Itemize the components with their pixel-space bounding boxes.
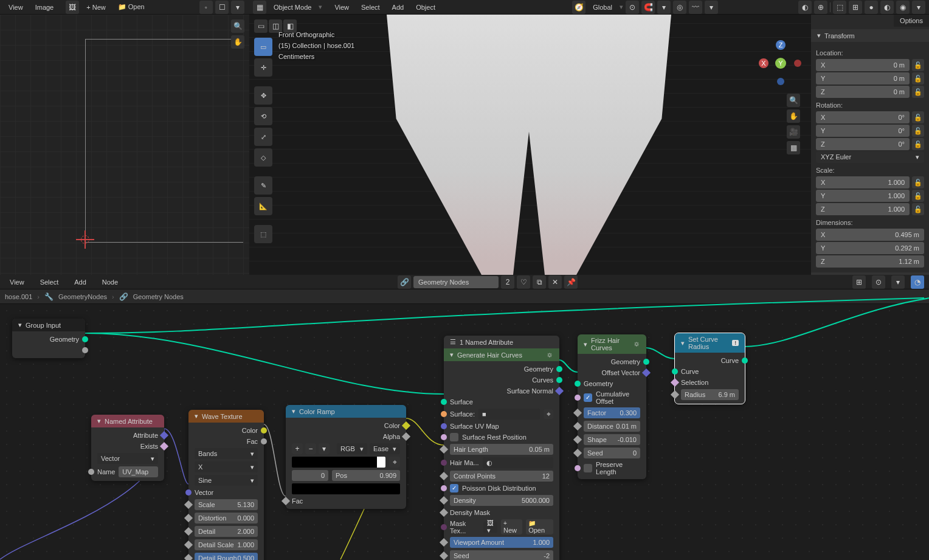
ramp-pos-field[interactable]: Pos0.909 <box>332 470 400 481</box>
rot-x-field[interactable]: X0° <box>816 111 910 123</box>
uv-toggle-a-icon[interactable]: ☐ <box>215 1 229 14</box>
node-wave-texture[interactable]: ▾ Wave Texture Color Fac Bands▾ X▾ Sine▾… <box>188 410 264 560</box>
ghc-hairlen-field[interactable]: Hair Length0.05 m <box>450 444 553 455</box>
geometry-nodes-editor[interactable]: View Select Add Node 🔗 Geometry Nodes 2 … <box>0 275 929 560</box>
mode-dropdown-icon[interactable]: ▦ <box>253 1 266 14</box>
rot-y-field[interactable]: Y0° <box>816 125 910 137</box>
loc-x-field[interactable]: X0 m <box>816 59 910 71</box>
tool-transform[interactable]: ◇ <box>254 148 272 167</box>
ramp-eyedrop-icon[interactable]: ⌖ <box>389 457 400 468</box>
pivot-icon[interactable]: ⊙ <box>626 1 639 14</box>
uv-editor[interactable]: 🔍 ✋ <box>0 15 249 275</box>
node-color-ramp[interactable]: ▾ Color Ramp Color Alpha +−▾ RGB▾Ease▾ ⌖… <box>286 405 406 509</box>
nav-zoom-icon[interactable]: 🔍 <box>787 94 800 107</box>
loc-y-lock-icon[interactable]: 🔓 <box>912 72 924 85</box>
scale-y-lock-icon[interactable]: 🔓 <box>912 190 924 202</box>
nodetree-name-field[interactable]: Geometry Nodes <box>413 276 499 288</box>
shading-solid-icon[interactable]: ● <box>865 1 878 14</box>
loc-z-field[interactable]: Z0 m <box>816 86 910 98</box>
node-named-attribute[interactable]: ▾ Named Attribute Attribute Exists Vecto… <box>91 415 164 481</box>
node-set-curve-radius[interactable]: ▾ Set Curve Radius! Curve Curve Selectio… <box>675 333 745 404</box>
nav-gizmo[interactable]: Z X Y <box>756 39 805 88</box>
node-ovr-d-icon[interactable]: ◔ <box>911 275 924 289</box>
select-box-icon[interactable]: ▭ <box>254 19 268 33</box>
gizmo-toggle-icon[interactable]: ◐ <box>798 1 812 14</box>
wave-dsc-field[interactable]: Detail Scale1.000 <box>195 539 258 550</box>
overlap-b-icon[interactable]: ▾ <box>705 1 718 14</box>
shading-matprev-icon[interactable]: ◐ <box>880 1 894 14</box>
dim-z-field[interactable]: Z1.12 m <box>816 255 924 268</box>
frizz-seed-field[interactable]: Seed0 <box>584 448 640 458</box>
ramp-interp-dropdown[interactable]: Ease▾ <box>370 443 400 454</box>
ramp-remove-icon[interactable]: − <box>305 443 316 454</box>
scale-z-lock-icon[interactable]: 🔓 <box>912 203 924 215</box>
ghc-open-button[interactable]: 📁 Open <box>526 519 553 534</box>
wave-dir-dropdown[interactable]: X▾ <box>195 461 258 472</box>
frizz-cumoff-check[interactable] <box>584 393 592 402</box>
named-attr-name-field[interactable]: UV_Map <box>119 466 158 477</box>
frizz-shape-field[interactable]: Shape-0.010 <box>584 434 640 445</box>
nodetree-users[interactable]: 2 <box>501 275 514 289</box>
tool-move[interactable]: ✥ <box>254 86 272 105</box>
node-menu-select[interactable]: Select <box>35 277 64 287</box>
ramp-mode-dropdown[interactable]: RGB▾ <box>337 443 367 454</box>
nav-camera-icon[interactable]: 🎥 <box>787 125 800 139</box>
ghc-restpos-check[interactable] <box>450 433 458 441</box>
wave-drg-field[interactable]: Detail Rough0.500 <box>195 553 258 560</box>
node-group-input[interactable]: ▾ Group Input Geometry <box>12 319 85 358</box>
scale-z-field[interactable]: Z1.000 <box>816 203 910 215</box>
node-menu-add[interactable]: Add <box>69 277 91 287</box>
transform-panel-header[interactable]: ▾ Transform <box>811 29 929 42</box>
scale-x-field[interactable]: X1.000 <box>816 176 910 188</box>
ghc-vp-field[interactable]: Viewport Amount1.000 <box>450 537 553 548</box>
ghc-eyedrop-icon[interactable]: ⌖ <box>544 409 553 419</box>
node-ovr-c-icon[interactable]: ▾ <box>891 275 905 289</box>
ghc-dens-field[interactable]: Density5000.000 <box>450 495 553 506</box>
nodetree-icon[interactable]: 🔗 <box>398 275 411 289</box>
ghc-cp-field[interactable]: Control Points12 <box>450 471 553 482</box>
tool-rotate[interactable]: ⟲ <box>254 107 272 125</box>
orientation-icon[interactable]: 🧭 <box>572 1 585 14</box>
ghc-seed-field[interactable]: Seed-2 <box>450 550 553 560</box>
xray-icon[interactable]: ⬚ <box>833 1 846 14</box>
node-menu-view[interactable]: View <box>5 277 29 287</box>
nodetree-dup-icon[interactable]: ⧉ <box>533 275 546 289</box>
image-linked-icon[interactable]: 🖼 <box>66 1 79 14</box>
frizz-preslen-check[interactable] <box>584 464 592 472</box>
uv-open[interactable]: 📁 Open <box>113 2 150 12</box>
uv-menu-image[interactable]: Image <box>30 2 59 12</box>
tool-annotate[interactable]: ✎ <box>254 176 272 195</box>
ramp-add-icon[interactable]: + <box>292 443 303 454</box>
breadcrumb-object[interactable]: hose.001 <box>5 293 32 300</box>
nav-pan-icon[interactable]: ✋ <box>787 109 800 123</box>
node-frizz-hair-curves[interactable]: ▾ Frizz Hair Curves⛭ Geometry Offset Vec… <box>578 334 646 479</box>
uv-pivot-icon[interactable]: ◦ <box>199 1 213 14</box>
node-canvas[interactable]: ▾ Group Input Geometry ▾ Named Attribute… <box>0 304 929 560</box>
loc-y-field[interactable]: Y0 m <box>816 72 910 85</box>
loc-x-lock-icon[interactable]: 🔓 <box>912 59 924 71</box>
ghc-hairma-dropdown[interactable]: ◐ <box>483 457 553 468</box>
scale-y-field[interactable]: Y1.000 <box>816 190 910 202</box>
nodetree-fake-icon[interactable]: ♡ <box>517 275 530 289</box>
rot-x-lock-icon[interactable]: 🔓 <box>912 111 924 123</box>
ghc-masktex-dropdown[interactable]: 🖼▾ <box>483 522 497 533</box>
n-panel[interactable]: Options ▾ Transform Location: X0 m🔓 Y0 m… <box>811 15 929 275</box>
v3d-menu-select[interactable]: Select <box>356 2 385 12</box>
prop-edit-icon[interactable]: ◎ <box>673 1 686 14</box>
ghc-surface-obj-dropdown[interactable]: ■ <box>478 409 540 420</box>
rot-y-lock-icon[interactable]: 🔓 <box>912 125 924 137</box>
dim-x-field[interactable]: X0.495 m <box>816 229 924 241</box>
node-generate-hair-curves[interactable]: ☰ 1 Named Attribute ▾ Generate Hair Curv… <box>444 336 559 560</box>
rotation-mode-dropdown[interactable]: XYZ Euler▾ <box>816 151 924 163</box>
tool-select[interactable]: ▭ <box>254 38 272 56</box>
tool-add-primitive[interactable]: ⬚ <box>254 225 272 243</box>
ramp-menu-icon[interactable]: ▾ <box>319 443 330 454</box>
snap-mode-icon[interactable]: ▾ <box>657 1 671 14</box>
snap-icon[interactable]: 🧲 <box>641 1 655 14</box>
overlay-toggle-icon[interactable]: ⊕ <box>814 1 827 14</box>
ramp-gradient[interactable] <box>292 457 385 468</box>
options-button[interactable]: Options <box>894 15 929 27</box>
named-attr-type-dropdown[interactable]: Vector▾ <box>97 453 158 464</box>
shading-render-icon[interactable]: ◉ <box>896 1 910 14</box>
node-ovr-b-icon[interactable]: ⊙ <box>872 275 885 289</box>
